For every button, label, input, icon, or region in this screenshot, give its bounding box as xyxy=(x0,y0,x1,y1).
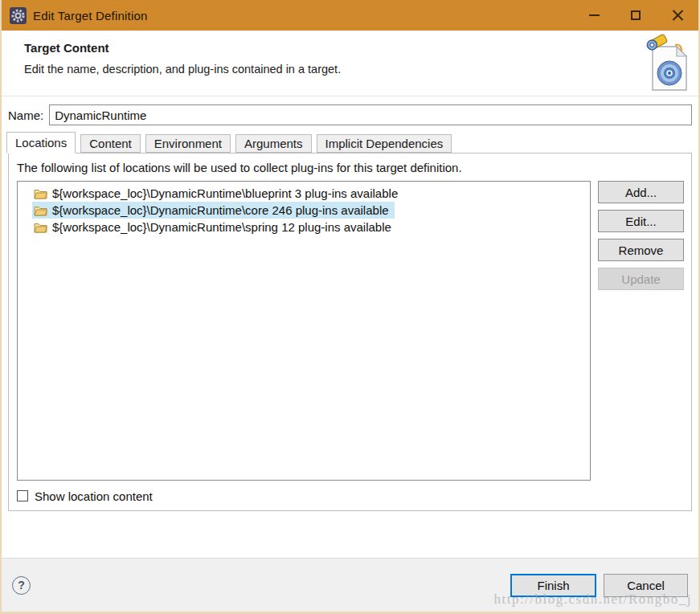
close-icon xyxy=(672,10,684,22)
help-icon: ? xyxy=(18,579,25,591)
maximize-button[interactable] xyxy=(615,0,657,31)
remove-button[interactable]: Remove xyxy=(598,239,684,261)
show-location-content-row[interactable]: Show location content xyxy=(17,488,684,504)
folder-icon xyxy=(34,188,47,199)
target-definition-app-icon xyxy=(10,7,27,24)
location-row-core[interactable]: ${workspace_loc}\DynamicRuntime\core 246… xyxy=(32,202,395,219)
location-actions: Add... Edit... Remove Update xyxy=(598,181,684,481)
locations-tab-panel: The following list of locations will be … xyxy=(8,153,692,511)
name-label: Name: xyxy=(8,108,43,122)
update-button: Update xyxy=(598,268,684,290)
tab-environment[interactable]: Environment xyxy=(145,134,231,153)
folder-icon xyxy=(34,205,47,216)
window-title: Edit Target Definition xyxy=(33,9,148,23)
add-button[interactable]: Add... xyxy=(598,181,684,203)
tab-implicit-dependencies[interactable]: Implicit Dependencies xyxy=(317,134,452,153)
dialog-footer: ? Finish Cancel xyxy=(2,558,698,612)
tab-bar: Locations Content Environment Arguments … xyxy=(6,132,692,153)
name-row: Name: xyxy=(8,104,692,125)
maximize-icon xyxy=(631,10,641,20)
location-row-spring[interactable]: ${workspace_loc}\DynamicRuntime\spring 1… xyxy=(32,219,397,235)
help-button[interactable]: ? xyxy=(12,576,31,595)
minimize-button[interactable] xyxy=(573,0,615,31)
tab-arguments[interactable]: Arguments xyxy=(235,134,312,153)
locations-description: The following list of locations will be … xyxy=(17,161,684,174)
show-location-content-label: Show location content xyxy=(35,489,153,503)
page-description: Edit the name, description, and plug-ins… xyxy=(24,63,698,76)
finish-button[interactable]: Finish xyxy=(510,574,596,597)
locations-list[interactable]: ${workspace_loc}\DynamicRuntime\blueprin… xyxy=(17,181,591,481)
location-row-text: ${workspace_loc}\DynamicRuntime\core 246… xyxy=(52,203,389,217)
wizard-header: Target Content Edit the name, descriptio… xyxy=(2,31,698,96)
name-input[interactable] xyxy=(49,104,692,125)
close-button[interactable] xyxy=(657,0,698,31)
location-row-blueprint[interactable]: ${workspace_loc}\DynamicRuntime\blueprin… xyxy=(32,185,403,202)
tab-locations[interactable]: Locations xyxy=(6,132,76,154)
show-location-content-checkbox[interactable] xyxy=(17,490,28,501)
folder-icon xyxy=(34,222,47,233)
edit-button[interactable]: Edit... xyxy=(598,210,684,232)
minimize-icon xyxy=(589,14,600,16)
cancel-button[interactable]: Cancel xyxy=(604,574,688,597)
location-row-text: ${workspace_loc}\DynamicRuntime\spring 1… xyxy=(52,220,391,234)
target-content-icon xyxy=(643,34,691,96)
edit-target-definition-dialog: Edit Target Definition Target Content Ed… xyxy=(0,0,700,614)
tab-content[interactable]: Content xyxy=(80,134,141,153)
page-title: Target Content xyxy=(24,41,698,55)
title-bar[interactable]: Edit Target Definition xyxy=(2,0,698,31)
location-row-text: ${workspace_loc}\DynamicRuntime\blueprin… xyxy=(52,186,398,200)
